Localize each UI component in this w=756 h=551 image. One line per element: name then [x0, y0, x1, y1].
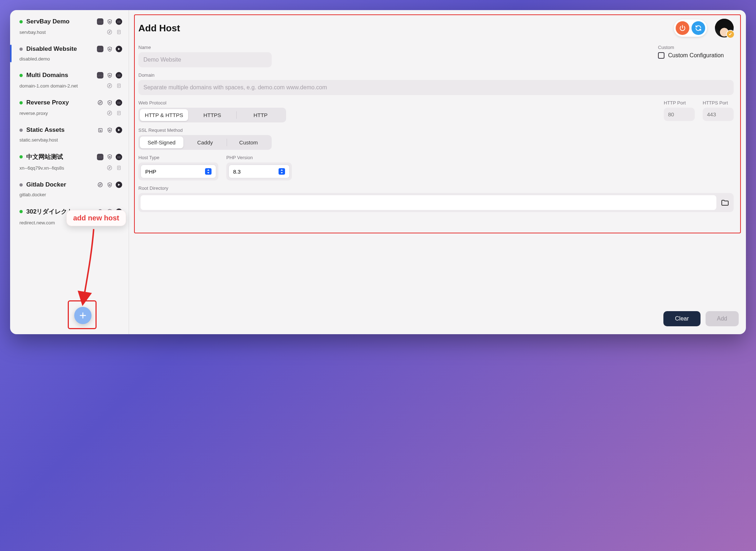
sidebar-item-chinese-website[interactable]: 中文网站测试 php ▮▮ xn--6qq79v.xn--fiqs8s — [10, 148, 129, 176]
compass-icon[interactable] — [106, 165, 113, 171]
sidebar-item-302-redirect[interactable]: 302リダイレクト ▮▮ redirect.new.com — [10, 202, 129, 231]
sidebar-item-servbay-demo[interactable]: ServBay Demo php ▮▮ servbay.host — [10, 13, 129, 40]
sidebar-item-domain: reverse.proxy — [19, 111, 106, 116]
sidebar-item-disabled-website[interactable]: Disabled Website php disabled.demo — [10, 40, 129, 67]
shield-lock-icon — [106, 209, 113, 215]
status-dot-icon — [19, 48, 23, 51]
ssl-label: SSL Request Method — [138, 127, 734, 133]
ssl-option-self-signed[interactable]: Self-Signed — [140, 136, 183, 148]
sidebar-item-name: Multi Domains — [26, 72, 93, 79]
sidebar-item-multi-domains[interactable]: Multi Domains php ▮▮ domain-1.com domain… — [10, 67, 129, 94]
root-directory-input[interactable] — [141, 195, 716, 210]
pause-icon[interactable]: ▮▮ — [116, 99, 122, 106]
notes-icon[interactable] — [116, 82, 122, 89]
svg-point-5 — [107, 84, 112, 88]
status-dot-icon — [19, 101, 23, 104]
php-badge-icon: php — [97, 46, 103, 52]
sidebar-item-domain: xn--6qq79v.xn--fiqs8s — [19, 165, 106, 171]
compass-icon[interactable] — [106, 219, 113, 226]
notes-icon[interactable] — [116, 219, 122, 226]
shield-lock-icon — [106, 127, 113, 133]
folder-icon[interactable] — [719, 196, 731, 209]
svg-point-19 — [107, 220, 112, 225]
protocol-option-https[interactable]: HTTPS — [188, 109, 236, 121]
http-port-input[interactable] — [664, 108, 695, 121]
notes-icon[interactable] — [116, 29, 122, 35]
play-icon[interactable] — [116, 127, 122, 133]
sidebar-item-name: Disabled Website — [26, 45, 93, 53]
add-host-button[interactable] — [74, 307, 92, 324]
sidebar-item-name: Reverse Proxy — [26, 99, 93, 106]
play-icon[interactable] — [116, 182, 122, 188]
pause-icon[interactable]: ▮▮ — [116, 154, 122, 160]
sidebar: ServBay Demo php ▮▮ servbay.host Disable… — [10, 10, 129, 334]
status-dot-icon — [19, 155, 23, 158]
svg-point-7 — [98, 100, 102, 105]
svg-point-15 — [98, 183, 102, 187]
php-version-label: PHP Version — [226, 155, 292, 160]
notes-icon[interactable] — [116, 165, 122, 171]
sidebar-item-domain: gitlab.docker — [19, 192, 122, 197]
protocol-label: Web Protocol — [138, 100, 286, 106]
php-version-value: 8.3 — [233, 169, 241, 175]
php-badge-icon: php — [97, 18, 103, 25]
svg-point-13 — [107, 166, 112, 170]
shield-x-icon — [106, 99, 113, 106]
svg-rect-4 — [109, 75, 110, 76]
compass-icon[interactable] — [106, 29, 113, 35]
refresh-button[interactable] — [691, 21, 705, 35]
custom-config-checkbox[interactable]: Custom Configuration — [658, 52, 734, 59]
shield-lock-icon — [106, 182, 113, 188]
http-port-label: HTTP Port — [664, 100, 695, 106]
php-badge-icon: php — [97, 72, 103, 79]
protocol-option-http[interactable]: HTTP — [236, 109, 285, 121]
chevron-updown-icon — [279, 168, 285, 175]
svg-point-8 — [107, 111, 112, 115]
svg-point-1 — [107, 30, 112, 34]
page-title: Add Host — [138, 23, 669, 34]
sidebar-item-name: 中文网站测试 — [26, 153, 93, 161]
ssl-option-custom[interactable]: Custom — [227, 136, 270, 148]
protocol-segmented: HTTP & HTTPS HTTPS HTTP — [138, 108, 286, 122]
redirect-icon — [97, 209, 103, 215]
app-window: ServBay Demo php ▮▮ servbay.host Disable… — [10, 10, 746, 334]
play-icon[interactable] — [116, 46, 122, 52]
main-panel: Add Host Name Custom — [129, 10, 746, 334]
sidebar-item-domain: static.servbay.host — [19, 137, 122, 143]
name-input[interactable] — [138, 52, 272, 67]
notes-icon[interactable] — [116, 110, 122, 116]
swap-icon — [97, 99, 103, 106]
pause-icon[interactable]: ▮▮ — [116, 18, 122, 25]
host-type-label: Host Type — [138, 155, 218, 160]
compass-icon[interactable] — [106, 82, 113, 89]
ssl-option-caddy[interactable]: Caddy — [183, 136, 227, 148]
user-avatar[interactable] — [715, 19, 734, 37]
power-button[interactable] — [676, 21, 689, 35]
host-type-select[interactable]: PHP — [141, 165, 216, 178]
https-port-input[interactable] — [703, 108, 734, 121]
sidebar-item-name: Gitlab Docker — [26, 181, 93, 188]
custom-label: Custom — [658, 45, 734, 50]
svg-rect-12 — [109, 156, 110, 157]
add-button[interactable]: Add — [706, 311, 739, 326]
status-dot-icon — [19, 183, 23, 187]
sidebar-item-static-assets[interactable]: Static Assets static.servbay.host — [10, 121, 129, 148]
status-dot-icon — [19, 20, 23, 23]
root-label: Root Directory — [138, 185, 734, 191]
checkbox-icon — [658, 52, 664, 59]
clear-button[interactable]: Clear — [663, 311, 700, 326]
sidebar-item-reverse-proxy[interactable]: Reverse Proxy ▮▮ reverse.proxy — [10, 94, 129, 121]
chevron-updown-icon — [205, 168, 212, 175]
protocol-option-http-https[interactable]: HTTP & HTTPS — [140, 109, 188, 121]
shield-lock-icon — [106, 46, 113, 52]
svg-rect-11 — [109, 130, 110, 131]
domain-input[interactable] — [138, 80, 734, 95]
swap-icon — [97, 182, 103, 188]
svg-rect-16 — [109, 184, 110, 185]
pause-icon[interactable]: ▮▮ — [116, 72, 122, 79]
compass-icon[interactable] — [106, 110, 113, 116]
php-version-select[interactable]: 8.3 — [228, 165, 290, 178]
sidebar-item-gitlab-docker[interactable]: Gitlab Docker gitlab.docker — [10, 176, 129, 202]
sidebar-item-domain: disabled.demo — [19, 56, 122, 62]
pause-icon[interactable]: ▮▮ — [116, 209, 122, 215]
